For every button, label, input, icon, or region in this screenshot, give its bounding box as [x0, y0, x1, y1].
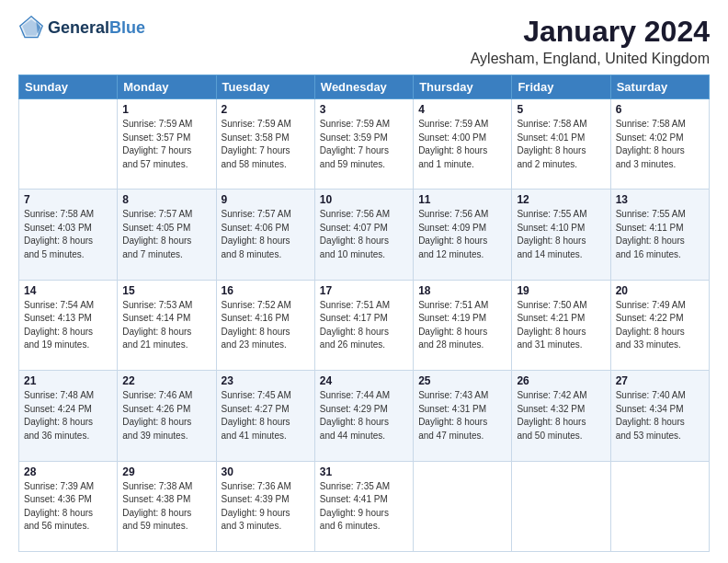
day-info: Sunrise: 7:36 AM Sunset: 4:39 PM Dayligh…: [222, 480, 310, 534]
day-info: Sunrise: 7:56 AM Sunset: 4:07 PM Dayligh…: [320, 208, 408, 261]
calendar-cell-day-8: 8Sunrise: 7:57 AM Sunset: 4:05 PM Daylig…: [118, 190, 216, 280]
calendar-week-3: 14Sunrise: 7:54 AM Sunset: 4:13 PM Dayli…: [19, 280, 710, 370]
day-number: 15: [122, 284, 210, 297]
day-number: 24: [320, 374, 408, 387]
day-info: Sunrise: 7:51 AM Sunset: 4:19 PM Dayligh…: [418, 299, 506, 352]
day-number: 12: [517, 193, 605, 206]
calendar-cell-day-9: 9Sunrise: 7:57 AM Sunset: 4:06 PM Daylig…: [216, 190, 314, 280]
day-number: 27: [616, 374, 704, 387]
day-info: Sunrise: 7:50 AM Sunset: 4:21 PM Dayligh…: [517, 299, 605, 352]
calendar-cell-day-31: 31Sunrise: 7:35 AM Sunset: 4:41 PM Dayli…: [314, 461, 413, 551]
day-number: 10: [320, 193, 408, 206]
weekday-header-thursday: Thursday: [414, 75, 512, 99]
day-info: Sunrise: 7:58 AM Sunset: 4:03 PM Dayligh…: [24, 208, 112, 261]
day-info: Sunrise: 7:39 AM Sunset: 4:36 PM Dayligh…: [24, 480, 112, 534]
calendar-cell-day-14: 14Sunrise: 7:54 AM Sunset: 4:13 PM Dayli…: [19, 280, 118, 370]
calendar-cell-day-10: 10Sunrise: 7:56 AM Sunset: 4:07 PM Dayli…: [314, 190, 413, 280]
day-info: Sunrise: 7:54 AM Sunset: 4:13 PM Dayligh…: [24, 299, 112, 352]
day-number: 11: [418, 193, 506, 206]
day-info: Sunrise: 7:53 AM Sunset: 4:14 PM Dayligh…: [122, 299, 210, 352]
day-info: Sunrise: 7:44 AM Sunset: 4:29 PM Dayligh…: [320, 389, 408, 442]
calendar-header: SundayMondayTuesdayWednesdayThursdayFrid…: [19, 75, 710, 99]
day-number: 31: [320, 465, 408, 478]
calendar-cell-empty: [414, 461, 512, 551]
calendar-week-2: 7Sunrise: 7:58 AM Sunset: 4:03 PM Daylig…: [19, 190, 710, 280]
day-number: 22: [122, 374, 210, 387]
weekday-header-saturday: Saturday: [610, 75, 709, 99]
day-number: 28: [24, 465, 112, 478]
calendar-cell-day-19: 19Sunrise: 7:50 AM Sunset: 4:21 PM Dayli…: [512, 280, 610, 370]
day-number: 16: [222, 284, 310, 297]
calendar-cell-day-26: 26Sunrise: 7:42 AM Sunset: 4:32 PM Dayli…: [512, 371, 610, 461]
day-info: Sunrise: 7:45 AM Sunset: 4:27 PM Dayligh…: [222, 389, 310, 442]
day-number: 4: [418, 103, 506, 116]
weekday-header-row: SundayMondayTuesdayWednesdayThursdayFrid…: [19, 75, 710, 99]
logo-text-block: GeneralBlue: [48, 18, 145, 38]
calendar-cell-day-28: 28Sunrise: 7:39 AM Sunset: 4:36 PM Dayli…: [19, 461, 118, 551]
weekday-header-friday: Friday: [512, 75, 610, 99]
logo: GeneralBlue: [18, 15, 145, 40]
calendar-cell-day-11: 11Sunrise: 7:56 AM Sunset: 4:09 PM Dayli…: [414, 190, 512, 280]
calendar-cell-day-17: 17Sunrise: 7:51 AM Sunset: 4:17 PM Dayli…: [314, 280, 413, 370]
calendar-cell-day-16: 16Sunrise: 7:52 AM Sunset: 4:16 PM Dayli…: [216, 280, 314, 370]
title-block: January 2024 Aylesham, England, United K…: [471, 15, 710, 67]
calendar-cell-day-2: 2Sunrise: 7:59 AM Sunset: 3:58 PM Daylig…: [216, 99, 314, 190]
day-number: 1: [122, 103, 210, 116]
day-info: Sunrise: 7:59 AM Sunset: 3:57 PM Dayligh…: [122, 118, 210, 171]
calendar-cell-day-21: 21Sunrise: 7:48 AM Sunset: 4:24 PM Dayli…: [19, 371, 118, 461]
day-number: 3: [320, 103, 408, 116]
day-info: Sunrise: 7:48 AM Sunset: 4:24 PM Dayligh…: [24, 389, 112, 442]
day-info: Sunrise: 7:55 AM Sunset: 4:10 PM Dayligh…: [517, 208, 605, 261]
day-info: Sunrise: 7:35 AM Sunset: 4:41 PM Dayligh…: [320, 480, 408, 534]
calendar-cell-day-7: 7Sunrise: 7:58 AM Sunset: 4:03 PM Daylig…: [19, 190, 118, 280]
calendar-cell-day-25: 25Sunrise: 7:43 AM Sunset: 4:31 PM Dayli…: [414, 371, 512, 461]
day-number: 13: [616, 193, 704, 206]
day-info: Sunrise: 7:57 AM Sunset: 4:05 PM Dayligh…: [122, 208, 210, 261]
day-number: 19: [517, 284, 605, 297]
calendar-cell-empty: [610, 461, 709, 551]
day-number: 23: [222, 374, 310, 387]
weekday-header-wednesday: Wednesday: [314, 75, 413, 99]
day-number: 20: [616, 284, 704, 297]
page-header: GeneralBlue January 2024 Aylesham, Engla…: [18, 15, 710, 67]
day-number: 8: [122, 193, 210, 206]
calendar-cell-day-27: 27Sunrise: 7:40 AM Sunset: 4:34 PM Dayli…: [610, 371, 709, 461]
calendar-cell-day-3: 3Sunrise: 7:59 AM Sunset: 3:59 PM Daylig…: [314, 99, 413, 190]
calendar-cell-day-13: 13Sunrise: 7:55 AM Sunset: 4:11 PM Dayli…: [610, 190, 709, 280]
day-number: 25: [418, 374, 506, 387]
calendar-cell-day-24: 24Sunrise: 7:44 AM Sunset: 4:29 PM Dayli…: [314, 371, 413, 461]
weekday-header-sunday: Sunday: [19, 75, 118, 99]
weekday-header-tuesday: Tuesday: [216, 75, 314, 99]
day-info: Sunrise: 7:58 AM Sunset: 4:01 PM Dayligh…: [517, 118, 605, 171]
calendar-page: GeneralBlue January 2024 Aylesham, Engla…: [0, 0, 728, 563]
day-info: Sunrise: 7:46 AM Sunset: 4:26 PM Dayligh…: [122, 389, 210, 442]
day-info: Sunrise: 7:51 AM Sunset: 4:17 PM Dayligh…: [320, 299, 408, 352]
day-info: Sunrise: 7:40 AM Sunset: 4:34 PM Dayligh…: [616, 389, 704, 442]
main-title: January 2024: [471, 15, 710, 49]
calendar-cell-day-29: 29Sunrise: 7:38 AM Sunset: 4:38 PM Dayli…: [118, 461, 216, 551]
calendar-cell-day-4: 4Sunrise: 7:59 AM Sunset: 4:00 PM Daylig…: [414, 99, 512, 190]
day-number: 29: [122, 465, 210, 478]
day-info: Sunrise: 7:43 AM Sunset: 4:31 PM Dayligh…: [418, 389, 506, 442]
day-info: Sunrise: 7:55 AM Sunset: 4:11 PM Dayligh…: [616, 208, 704, 261]
weekday-header-monday: Monday: [118, 75, 216, 99]
day-info: Sunrise: 7:52 AM Sunset: 4:16 PM Dayligh…: [222, 299, 310, 352]
calendar-cell-day-23: 23Sunrise: 7:45 AM Sunset: 4:27 PM Dayli…: [216, 371, 314, 461]
day-info: Sunrise: 7:49 AM Sunset: 4:22 PM Dayligh…: [616, 299, 704, 352]
day-info: Sunrise: 7:59 AM Sunset: 3:59 PM Dayligh…: [320, 118, 408, 171]
calendar-cell-day-22: 22Sunrise: 7:46 AM Sunset: 4:26 PM Dayli…: [118, 371, 216, 461]
day-number: 14: [24, 284, 112, 297]
calendar-cell-empty: [512, 461, 610, 551]
day-number: 7: [24, 193, 112, 206]
day-info: Sunrise: 7:56 AM Sunset: 4:09 PM Dayligh…: [418, 208, 506, 261]
calendar-week-1: 1Sunrise: 7:59 AM Sunset: 3:57 PM Daylig…: [19, 99, 710, 190]
calendar-cell-empty: [19, 99, 118, 190]
calendar-cell-day-1: 1Sunrise: 7:59 AM Sunset: 3:57 PM Daylig…: [118, 99, 216, 190]
day-info: Sunrise: 7:57 AM Sunset: 4:06 PM Dayligh…: [222, 208, 310, 261]
calendar-cell-day-5: 5Sunrise: 7:58 AM Sunset: 4:01 PM Daylig…: [512, 99, 610, 190]
day-info: Sunrise: 7:59 AM Sunset: 3:58 PM Dayligh…: [222, 118, 310, 171]
day-number: 6: [616, 103, 704, 116]
calendar-cell-day-20: 20Sunrise: 7:49 AM Sunset: 4:22 PM Dayli…: [610, 280, 709, 370]
day-info: Sunrise: 7:38 AM Sunset: 4:38 PM Dayligh…: [122, 480, 210, 534]
day-info: Sunrise: 7:59 AM Sunset: 4:00 PM Dayligh…: [418, 118, 506, 171]
